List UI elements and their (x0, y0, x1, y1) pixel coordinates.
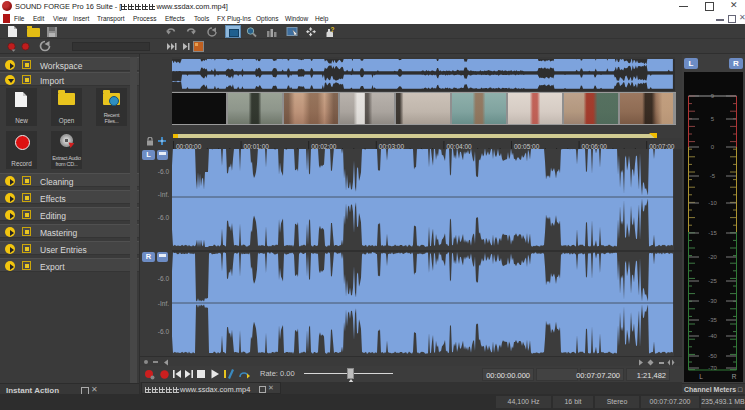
svg-text:L: L (699, 373, 703, 380)
svg-text:5: 5 (711, 116, 715, 122)
svg-text:?: ? (331, 26, 335, 33)
svg-text:0: 0 (711, 144, 715, 150)
svg-text:-70: -70 (708, 365, 717, 371)
svg-text:-35: -35 (708, 317, 717, 323)
svg-text:-25: -25 (708, 278, 717, 284)
svg-text:-30: -30 (708, 298, 717, 304)
svg-text:-20: -20 (708, 254, 717, 260)
svg-text:-15: -15 (708, 230, 717, 236)
svg-text:-50: -50 (708, 353, 717, 359)
svg-text:-10: -10 (708, 200, 717, 206)
svg-text:-40: -40 (708, 333, 717, 339)
svg-text:R: R (732, 373, 737, 380)
svg-text:-5: -5 (710, 173, 716, 179)
